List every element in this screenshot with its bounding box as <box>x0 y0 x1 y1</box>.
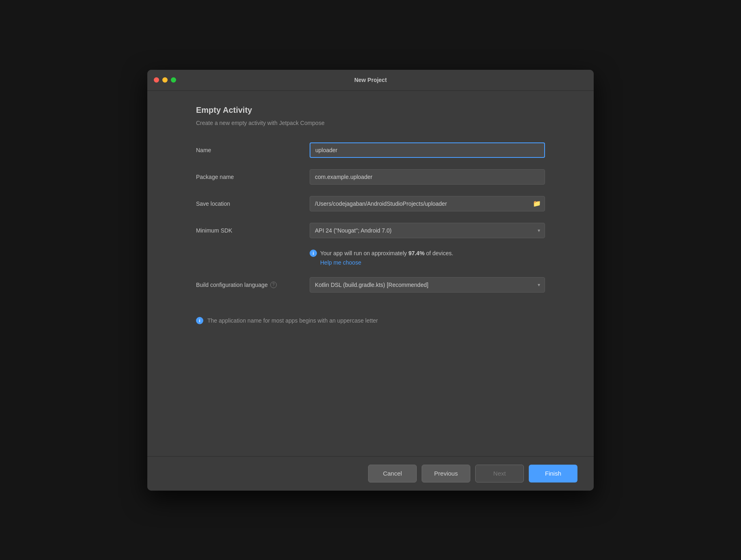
name-label: Name <box>196 147 310 153</box>
save-location-input[interactable] <box>310 196 545 211</box>
name-row: Name <box>196 142 545 158</box>
minimize-button[interactable] <box>162 78 168 83</box>
modal-overlay: New Project Empty Activity Create a new … <box>0 0 741 560</box>
bottom-info: i The application name for most apps beg… <box>196 317 545 332</box>
folder-icon[interactable]: 📁 <box>533 200 541 207</box>
build-config-select-wrapper: Kotlin DSL (build.gradle.kts) [Recommend… <box>310 277 545 293</box>
package-row: Package name <box>196 169 545 185</box>
new-project-modal: New Project Empty Activity Create a new … <box>147 70 594 491</box>
info-icon: i <box>310 250 317 257</box>
section-subtitle: Create a new empty activity with Jetpack… <box>196 120 545 126</box>
section-title: Empty Activity <box>196 106 545 115</box>
sdk-info: i Your app will run on approximately 97.… <box>310 250 545 266</box>
previous-button[interactable]: Previous <box>422 465 470 482</box>
package-label: Package name <box>196 174 310 180</box>
bottom-info-text: The application name for most apps begin… <box>207 317 378 324</box>
bottom-info-icon: i <box>196 317 203 324</box>
save-location-row: Save location 📁 <box>196 196 545 211</box>
modal-body: Empty Activity Create a new empty activi… <box>147 91 594 456</box>
package-input[interactable] <box>310 169 545 185</box>
build-config-select[interactable]: Kotlin DSL (build.gradle.kts) [Recommend… <box>310 277 545 293</box>
cancel-button[interactable]: Cancel <box>368 465 417 482</box>
finish-button[interactable]: Finish <box>529 465 577 482</box>
modal-title: New Project <box>354 77 387 83</box>
build-config-help-icon[interactable]: ? <box>270 282 277 288</box>
build-config-row: Build configuration language ? Kotlin DS… <box>196 277 545 293</box>
help-me-choose-link[interactable]: Help me choose <box>320 259 545 266</box>
minimum-sdk-row: Minimum SDK API 21 ("Lollipop"; Android … <box>196 223 545 238</box>
name-input[interactable] <box>310 142 545 158</box>
save-location-label: Save location <box>196 200 310 207</box>
minimum-sdk-label: Minimum SDK <box>196 227 310 234</box>
sdk-info-row: i Your app will run on approximately 97.… <box>310 250 545 257</box>
window-controls <box>154 78 176 83</box>
modal-titlebar: New Project <box>147 70 594 91</box>
close-button[interactable] <box>154 78 159 83</box>
minimum-sdk-select-wrapper: API 21 ("Lollipop"; Android 5.0) API 23 … <box>310 223 545 238</box>
next-button[interactable]: Next <box>475 465 524 482</box>
build-config-label: Build configuration language ? <box>196 282 310 288</box>
sdk-info-text: Your app will run on approximately 97.4%… <box>320 250 453 256</box>
modal-footer: Cancel Previous Next Finish <box>147 456 594 491</box>
save-location-input-wrapper: 📁 <box>310 196 545 211</box>
maximize-button[interactable] <box>171 78 176 83</box>
minimum-sdk-select[interactable]: API 21 ("Lollipop"; Android 5.0) API 23 … <box>310 223 545 238</box>
